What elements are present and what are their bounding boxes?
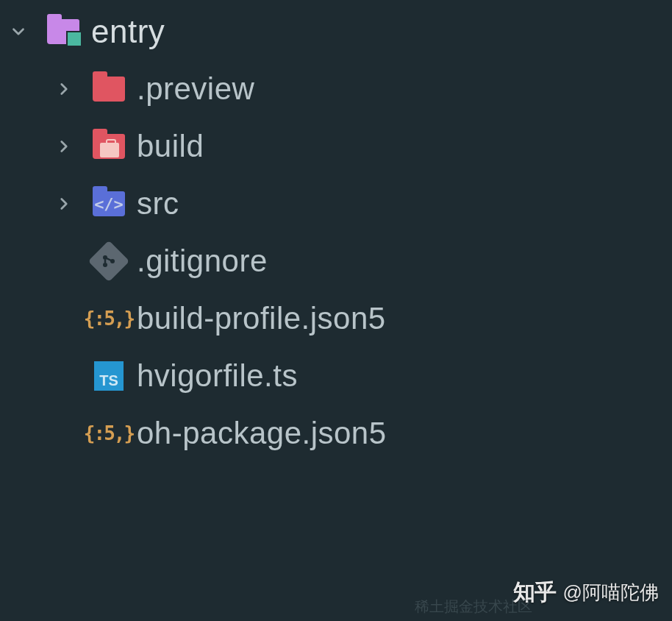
tree-item-build-profile[interactable]: {:5,} build-profile.json5 bbox=[0, 290, 672, 347]
tree-item-label: build-profile.json5 bbox=[137, 301, 386, 336]
folder-module-icon bbox=[46, 14, 81, 49]
tree-item-build[interactable]: build bbox=[0, 118, 672, 175]
chevron-right-icon bbox=[53, 78, 75, 100]
chevron-right-icon bbox=[53, 135, 75, 157]
chevron-down-icon bbox=[7, 21, 29, 43]
tree-item-label: .preview bbox=[137, 71, 254, 107]
folder-build-icon bbox=[91, 129, 126, 164]
file-tree: entry .preview build </> src bbox=[0, 0, 672, 462]
tree-item-label: oh-package.json5 bbox=[137, 416, 387, 451]
tree-item-label: src bbox=[137, 186, 179, 221]
tree-item-oh-package[interactable]: {:5,} oh-package.json5 bbox=[0, 405, 672, 462]
watermark: 知乎 @阿喵陀佛 bbox=[513, 578, 659, 608]
tree-item-label: .gitignore bbox=[137, 244, 268, 279]
folder-icon bbox=[91, 71, 126, 107]
folder-src-icon: </> bbox=[91, 186, 126, 221]
watermark-community: 稀土掘金技术社区 bbox=[415, 597, 532, 617]
tree-item-label: build bbox=[137, 129, 204, 164]
json5-icon: {:5,} bbox=[91, 416, 126, 451]
typescript-icon: TS bbox=[91, 358, 126, 394]
tree-item-entry[interactable]: entry bbox=[0, 3, 672, 60]
tree-item-label: hvigorfile.ts bbox=[137, 358, 298, 394]
git-icon bbox=[91, 244, 126, 279]
json5-icon: {:5,} bbox=[91, 301, 126, 336]
tree-item-hvigorfile[interactable]: TS hvigorfile.ts bbox=[0, 347, 672, 405]
tree-item-preview[interactable]: .preview bbox=[0, 60, 672, 118]
svg-point-1 bbox=[103, 263, 107, 267]
watermark-user: @阿喵陀佛 bbox=[563, 580, 659, 606]
tree-item-src[interactable]: </> src bbox=[0, 175, 672, 233]
chevron-right-icon bbox=[53, 193, 75, 215]
tree-item-gitignore[interactable]: .gitignore bbox=[0, 233, 672, 290]
tree-item-label: entry bbox=[91, 13, 165, 50]
